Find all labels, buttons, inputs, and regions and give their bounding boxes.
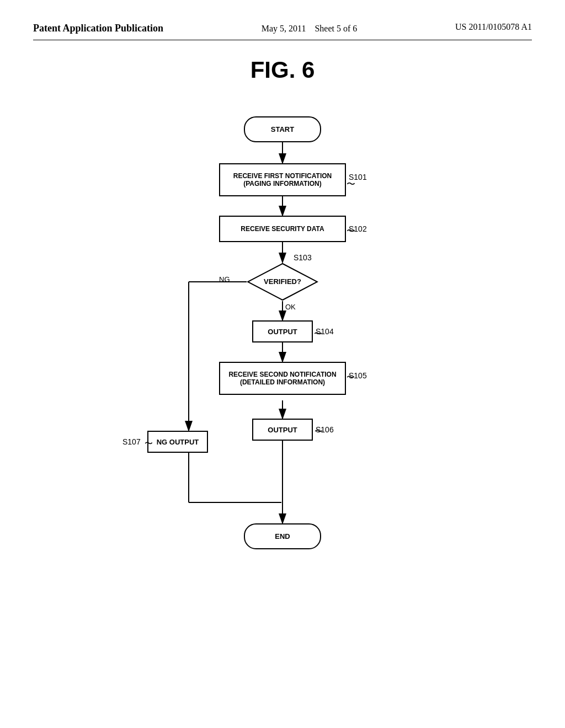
s106-tick: 〜	[315, 426, 323, 437]
patent-number: US 2011/0105078 A1	[455, 22, 532, 32]
s104-node: OUTPUT	[252, 320, 313, 342]
header-center: May 5, 2011 Sheet 5 of 6	[262, 22, 358, 35]
diamond-svg: VERIFIED?	[247, 263, 318, 301]
figure-title: FIG. 6	[33, 57, 532, 83]
s107-node: NG OUTPUT	[147, 431, 208, 453]
end-node: END	[244, 523, 321, 549]
s101-tick: 〜	[347, 179, 355, 190]
s102-tick: 〜	[347, 226, 355, 237]
s107-label: S107	[122, 437, 141, 446]
s107-tick: 〜	[145, 438, 153, 449]
sheet-info: Sheet 5 of 6	[315, 24, 357, 33]
s105-node: RECEIVE SECOND NOTIFICATION(DETAILED INF…	[219, 362, 346, 395]
ok-label: OK	[285, 303, 296, 311]
page-header: Patent Application Publication May 5, 20…	[33, 22, 532, 40]
s106-node: OUTPUT	[252, 419, 313, 441]
s104-tick: 〜	[314, 329, 322, 339]
s103-label: S103	[294, 253, 312, 262]
s105-tick: 〜	[347, 372, 355, 383]
publication-title: Patent Application Publication	[33, 22, 163, 35]
s101-node: RECEIVE FIRST NOTIFICATION(PAGING INFORM…	[219, 163, 346, 196]
start-node: START	[244, 116, 321, 142]
s102-node: RECEIVE SECURITY DATA	[219, 216, 346, 242]
page: Patent Application Publication May 5, 20…	[0, 0, 565, 728]
publication-date: May 5, 2011	[262, 24, 306, 33]
flowchart-diagram: START RECEIVE FIRST NOTIFICATION(PAGING …	[117, 105, 448, 602]
svg-text:VERIFIED?: VERIFIED?	[264, 277, 301, 286]
s103-diamond-container: VERIFIED?	[247, 263, 318, 301]
ng-label: NG	[219, 275, 230, 283]
